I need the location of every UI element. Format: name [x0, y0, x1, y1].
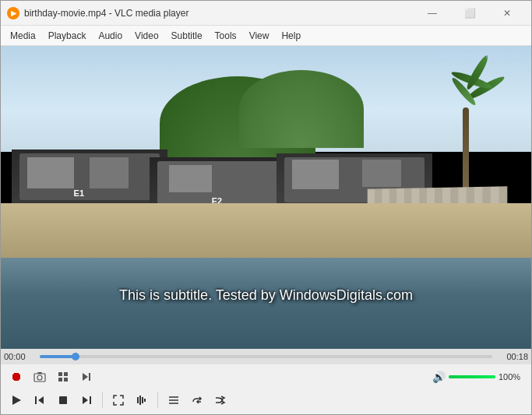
close-button[interactable]: ✕ — [489, 1, 525, 26]
title-bar: ▶ birthday-movie.mp4 - VLC media player … — [1, 1, 531, 26]
time-total: 00:18 — [506, 352, 528, 361]
svg-marker-11 — [38, 396, 44, 404]
menu-help[interactable]: Help — [275, 28, 307, 44]
svg-marker-9 — [12, 396, 21, 405]
volume-percent: 100% — [499, 372, 523, 382]
water — [1, 258, 531, 349]
video-scene: E1 E2 — [1, 46, 531, 349]
volume-icon: 🔊 — [432, 371, 446, 383]
prev-button[interactable] — [29, 391, 51, 410]
window-title: birthday-movie.mp4 - VLC media player — [24, 8, 414, 19]
menu-view[interactable]: View — [243, 28, 276, 44]
time-current: 00:00 — [4, 352, 26, 361]
menu-video[interactable]: Video — [129, 28, 164, 44]
controls-row-2 — [1, 389, 531, 414]
svg-rect-16 — [139, 396, 141, 405]
window-controls: — ⬜ ✕ — [414, 1, 525, 26]
progress-track[interactable] — [40, 355, 492, 358]
progress-fill — [40, 355, 76, 358]
svg-rect-4 — [64, 372, 68, 376]
volume-track[interactable] — [449, 375, 495, 378]
stop-button[interactable] — [52, 391, 74, 410]
controls-row-1: ⏺ — [1, 364, 531, 389]
svg-rect-15 — [137, 397, 139, 403]
play-button[interactable] — [5, 391, 27, 410]
watermark: WindowsDigital.com — [441, 50, 523, 59]
minimize-button[interactable]: — — [414, 1, 450, 26]
separator-2 — [157, 392, 158, 408]
extended-settings-button[interactable] — [52, 368, 74, 386]
svg-rect-18 — [144, 399, 146, 402]
svg-rect-3 — [58, 372, 62, 376]
volume-fill — [449, 375, 495, 378]
snapshot-button[interactable] — [29, 368, 51, 386]
vlc-icon: ▶ — [7, 7, 19, 19]
svg-rect-17 — [142, 397, 143, 403]
frame-next-button[interactable] — [76, 368, 97, 386]
volume-area: 🔊 100% — [432, 371, 527, 383]
random-button[interactable] — [210, 391, 231, 410]
svg-rect-13 — [90, 396, 91, 404]
record-button[interactable]: ⏺ — [5, 368, 27, 386]
controls-area: 00:00 00:18 ⏺ — [1, 349, 531, 414]
subtitle-overlay: This is subtitle. Tested by WindowsDigit… — [119, 287, 413, 304]
svg-rect-10 — [35, 396, 37, 404]
progress-thumb — [72, 353, 79, 360]
hill2-bg — [239, 70, 364, 148]
svg-rect-12 — [59, 396, 67, 404]
extended-view-button[interactable] — [131, 391, 153, 410]
separator-1 — [102, 392, 103, 408]
beach — [1, 203, 531, 264]
restore-button[interactable]: ⬜ — [452, 1, 488, 26]
fullscreen-button[interactable] — [107, 391, 129, 410]
svg-rect-8 — [89, 373, 90, 381]
svg-rect-2 — [37, 372, 42, 374]
loop-button[interactable] — [186, 391, 208, 410]
progress-bar-container: 00:00 00:18 — [1, 349, 531, 364]
vlc-window: ▶ birthday-movie.mp4 - VLC media player … — [0, 0, 532, 415]
menu-media[interactable]: Media — [4, 28, 42, 44]
svg-marker-14 — [83, 396, 88, 404]
menu-audio[interactable]: Audio — [92, 28, 129, 44]
next-button[interactable] — [76, 391, 97, 410]
menu-tools[interactable]: Tools — [209, 28, 243, 44]
svg-marker-7 — [83, 373, 88, 381]
video-area[interactable]: E1 E2 — [1, 46, 531, 349]
svg-rect-6 — [64, 378, 68, 382]
playlist-button[interactable] — [163, 391, 185, 410]
svg-point-1 — [37, 375, 42, 380]
menu-bar: Media Playback Audio Video Subtitle Tool… — [1, 26, 531, 46]
menu-subtitle[interactable]: Subtitle — [165, 28, 209, 44]
palm-tree — [442, 61, 489, 201]
svg-rect-5 — [58, 378, 62, 382]
menu-playback[interactable]: Playback — [42, 28, 93, 44]
